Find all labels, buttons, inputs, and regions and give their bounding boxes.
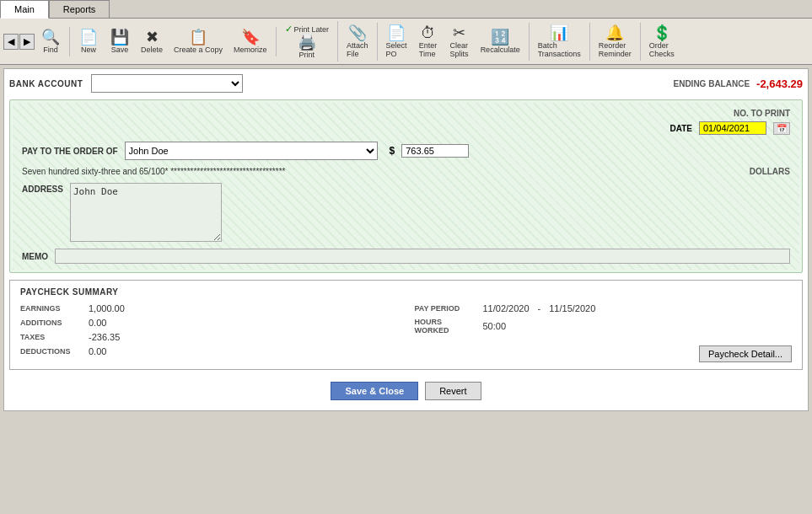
paycheck-right: PAY PERIOD 11/02/2020 - 11/15/2020 HOURS… bbox=[415, 303, 793, 362]
ending-balance-label: ENDING BALANCE bbox=[674, 79, 750, 88]
order-checks-label: OrderChecks bbox=[649, 41, 675, 58]
date-input[interactable] bbox=[699, 121, 766, 135]
earnings-row: EARNINGS 1,000.00 bbox=[20, 303, 398, 313]
save-button[interactable]: 💾 Save bbox=[105, 27, 135, 56]
additions-row: ADDITIONS 0.00 bbox=[20, 318, 398, 328]
taxes-row: TAXES -236.35 bbox=[20, 332, 398, 342]
memorize-icon: 🔖 bbox=[241, 29, 260, 45]
dollars-label: DOLLARS bbox=[750, 167, 790, 176]
earnings-value: 1,000.00 bbox=[89, 303, 125, 313]
nav-back-button[interactable]: ◀ bbox=[3, 34, 19, 50]
paycheck-summary-title: PAYCHECK SUMMARY bbox=[20, 287, 792, 297]
attach-label: AttachFile bbox=[347, 41, 368, 58]
pay-period-label: PAY PERIOD bbox=[415, 304, 478, 313]
hours-worked-value: 50:00 bbox=[483, 321, 507, 331]
tab-reports[interactable]: Reports bbox=[49, 0, 110, 18]
memorize-button[interactable]: 🔖 Memorize bbox=[229, 27, 272, 56]
pay-to-select[interactable]: John Doe bbox=[125, 142, 378, 160]
find-icon: 🔍 bbox=[41, 29, 60, 45]
create-copy-button[interactable]: 📋 Create a Copy bbox=[169, 27, 228, 56]
pay-period-to: 11/15/2020 bbox=[549, 303, 595, 313]
recalculate-label: Recalculate bbox=[481, 46, 520, 54]
deductions-row: DEDUCTIONS 0.00 bbox=[20, 346, 398, 356]
save-label: Save bbox=[111, 46, 129, 54]
pay-period-dash: - bbox=[538, 303, 541, 313]
print-button[interactable]: ✓ Print Later 🖨️ Print bbox=[280, 21, 335, 62]
calendar-button[interactable]: 📅 bbox=[773, 122, 790, 135]
batch-transactions-button[interactable]: 📊 BatchTransactions bbox=[533, 23, 586, 61]
find-button[interactable]: 🔍 Find bbox=[35, 27, 66, 56]
recalculate-icon: 🔢 bbox=[491, 29, 509, 45]
revert-button[interactable]: Revert bbox=[425, 382, 481, 400]
date-label: DATE bbox=[670, 124, 692, 133]
check-area: NO. TO PRINT DATE 📅 PAY TO THE ORDER OF … bbox=[9, 99, 803, 273]
pay-period-from: 11/02/2020 bbox=[483, 303, 530, 313]
delete-label: Delete bbox=[141, 46, 163, 54]
nav-forward-button[interactable]: ▶ bbox=[19, 34, 35, 50]
delete-icon: ✖ bbox=[146, 29, 159, 45]
written-amount: Seven hundred sixty-three and 65/100* **… bbox=[22, 167, 743, 176]
paycheck-btn-row: Paycheck Detail... bbox=[415, 345, 793, 362]
select-po-icon: 📄 bbox=[387, 25, 406, 40]
print-later-label: Print Later bbox=[294, 25, 330, 34]
enter-time-icon: ⏱ bbox=[421, 25, 436, 40]
select-po-button[interactable]: 📄 SelectPO bbox=[381, 23, 412, 61]
no-to-print-label: NO. TO PRINT bbox=[734, 109, 790, 118]
paycheck-summary-section: PAYCHECK SUMMARY EARNINGS 1,000.00 ADDIT… bbox=[9, 280, 803, 370]
print-icon: 🖨️ bbox=[298, 35, 316, 50]
memo-input[interactable] bbox=[55, 249, 790, 264]
earnings-label: EARNINGS bbox=[20, 304, 83, 313]
batch-transactions-label: BatchTransactions bbox=[538, 41, 581, 58]
reorder-reminder-button[interactable]: 🔔 ReorderReminder bbox=[594, 23, 637, 61]
clear-splits-button[interactable]: ✂ ClearSplits bbox=[444, 23, 475, 61]
hours-worked-label: HOURS WORKED bbox=[415, 318, 478, 335]
tab-main[interactable]: Main bbox=[0, 0, 49, 19]
create-copy-icon: 📋 bbox=[189, 29, 207, 45]
clear-splits-icon: ✂ bbox=[453, 25, 465, 40]
save-icon: 💾 bbox=[110, 29, 129, 45]
find-label: Find bbox=[43, 46, 58, 54]
enter-time-label: EnterTime bbox=[419, 41, 438, 58]
paycheck-left: EARNINGS 1,000.00 ADDITIONS 0.00 TAXES -… bbox=[20, 303, 398, 362]
deductions-label: DEDUCTIONS bbox=[20, 347, 83, 356]
bottom-bar: Save & Close Revert bbox=[9, 377, 803, 405]
order-checks-button[interactable]: 💲 OrderChecks bbox=[644, 23, 680, 61]
hours-worked-row: HOURS WORKED 50:00 bbox=[415, 318, 793, 335]
amount-input[interactable] bbox=[401, 144, 469, 158]
select-po-label: SelectPO bbox=[386, 41, 407, 58]
pay-period-row: PAY PERIOD 11/02/2020 - 11/15/2020 bbox=[415, 303, 793, 313]
paycheck-detail-button[interactable]: Paycheck Detail... bbox=[699, 345, 792, 362]
additions-value: 0.00 bbox=[89, 318, 106, 328]
save-close-button[interactable]: Save & Close bbox=[331, 382, 418, 400]
recalculate-button[interactable]: 🔢 Recalculate bbox=[476, 27, 525, 56]
memorize-label: Memorize bbox=[234, 46, 267, 54]
delete-button[interactable]: ✖ Delete bbox=[136, 27, 168, 56]
create-copy-label: Create a Copy bbox=[174, 46, 223, 54]
attach-icon: 📎 bbox=[348, 25, 367, 40]
deductions-value: 0.00 bbox=[89, 346, 106, 356]
ending-balance-value: -2,643.29 bbox=[756, 78, 803, 90]
enter-time-button[interactable]: ⏱ EnterTime bbox=[413, 23, 444, 61]
reorder-reminder-icon: 🔔 bbox=[605, 25, 624, 40]
new-label: New bbox=[81, 46, 96, 54]
pay-to-label: PAY TO THE ORDER OF bbox=[22, 147, 118, 156]
print-later-check: ✓ bbox=[285, 24, 293, 35]
address-label: ADDRESS bbox=[22, 183, 63, 194]
additions-label: ADDITIONS bbox=[20, 319, 83, 327]
dollar-sign: $ bbox=[390, 145, 395, 157]
taxes-value: -236.35 bbox=[89, 332, 120, 342]
order-checks-icon: 💲 bbox=[653, 25, 671, 40]
batch-transactions-icon: 📊 bbox=[550, 25, 568, 40]
reorder-reminder-label: ReorderReminder bbox=[599, 41, 632, 58]
new-button[interactable]: 📄 New bbox=[73, 27, 104, 56]
new-icon: 📄 bbox=[79, 29, 98, 45]
clear-splits-label: ClearSplits bbox=[450, 41, 469, 58]
taxes-label: TAXES bbox=[20, 333, 83, 341]
address-textarea[interactable]: John Doe bbox=[70, 183, 222, 242]
bank-account-select[interactable] bbox=[91, 74, 243, 93]
bank-account-label: BANK ACCOUNT bbox=[9, 79, 83, 88]
print-label: Print bbox=[299, 51, 315, 59]
attach-file-button[interactable]: 📎 AttachFile bbox=[341, 23, 374, 61]
memo-label: MEMO bbox=[22, 252, 48, 261]
